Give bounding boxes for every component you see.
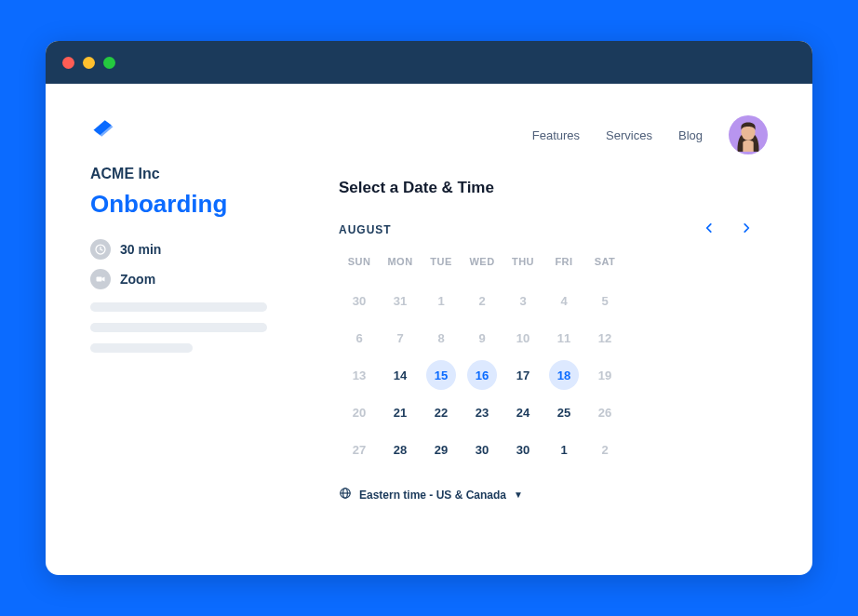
calendar-grid: SUNMONTUEWEDTHUFRISAT3031123456789101112…: [339, 256, 768, 468]
next-month-button[interactable]: [740, 220, 753, 239]
duration-label: 30 min: [120, 242, 161, 257]
calendar-day[interactable]: 23: [462, 394, 503, 431]
calendar-dow: THU: [503, 256, 543, 282]
month-label: AUGUST: [339, 223, 392, 236]
calendar-day: 4: [543, 282, 584, 319]
calendar-day[interactable]: 29: [421, 431, 462, 468]
calendar-day: 26: [584, 394, 625, 431]
calendar-dow: WED: [462, 256, 503, 282]
calendar-day: 6: [339, 319, 380, 356]
calendar-day: 31: [380, 282, 421, 319]
window-titlebar: [46, 41, 812, 84]
nav-services[interactable]: Services: [606, 128, 652, 142]
window-close-button[interactable]: [62, 57, 74, 69]
calendar-day: 9: [462, 319, 503, 356]
chevron-down-icon: ▼: [514, 489, 523, 500]
window-minimize-button[interactable]: [83, 57, 95, 69]
platform-label: Zoom: [120, 272, 155, 287]
calendar-day[interactable]: 28: [380, 431, 421, 468]
calendar-day[interactable]: 22: [421, 394, 462, 431]
section-heading: Select a Date & Time: [339, 179, 768, 197]
right-panel: Features Services Blog Select a Date & T…: [339, 115, 768, 502]
nav-features[interactable]: Features: [532, 128, 580, 142]
clock-icon: [90, 239, 111, 260]
platform-row: Zoom: [90, 269, 300, 289]
svg-rect-1: [97, 277, 102, 282]
timezone-label: Eastern time - US & Canada: [359, 489, 506, 502]
placeholder-line: [90, 323, 267, 332]
calendar-day[interactable]: 24: [503, 394, 543, 431]
calendar-day[interactable]: 1: [543, 431, 584, 468]
month-row: AUGUST: [339, 220, 768, 239]
calendar-day: 20: [339, 394, 380, 431]
calendar-day: 5: [584, 282, 625, 319]
calendar-day: 13: [339, 356, 380, 394]
browser-window: ACME Inc Onboarding 30 min Zoom: [46, 41, 812, 575]
calendar-day[interactable]: 30: [462, 431, 503, 468]
duration-row: 30 min: [90, 239, 300, 260]
calendar-day: 12: [584, 319, 625, 356]
globe-icon: [339, 487, 352, 502]
placeholder-line: [90, 302, 267, 312]
nav-blog[interactable]: Blog: [678, 128, 703, 142]
window-maximize-button[interactable]: [103, 57, 115, 69]
calendar-day: 10: [503, 319, 543, 356]
logo-icon: [90, 115, 116, 141]
calendar-day: 3: [503, 282, 543, 319]
calendar-day: 2: [462, 282, 503, 319]
calendar-dow: SAT: [584, 256, 625, 282]
calendar-dow: FRI: [543, 256, 584, 282]
left-panel: ACME Inc Onboarding 30 min Zoom: [90, 115, 300, 502]
avatar[interactable]: [729, 115, 768, 154]
calendar-day: 2: [584, 431, 625, 468]
video-icon: [90, 269, 111, 289]
prev-month-button[interactable]: [703, 220, 716, 239]
calendar-day[interactable]: 15: [421, 356, 462, 394]
event-title: Onboarding: [90, 190, 300, 219]
company-name: ACME Inc: [90, 166, 300, 182]
calendar-day[interactable]: 14: [380, 356, 421, 394]
calendar-day[interactable]: 30: [503, 431, 543, 468]
calendar-day[interactable]: 21: [380, 394, 421, 431]
calendar-day: 8: [421, 319, 462, 356]
calendar-day[interactable]: 25: [543, 394, 584, 431]
calendar-day: 7: [380, 319, 421, 356]
calendar-day[interactable]: 18: [543, 356, 584, 394]
calendar-day: 30: [339, 282, 380, 319]
calendar-day: 27: [339, 431, 380, 468]
calendar-day[interactable]: 16: [462, 356, 503, 394]
top-nav: Features Services Blog: [339, 115, 768, 154]
page-content: ACME Inc Onboarding 30 min Zoom: [46, 84, 812, 530]
calendar-dow: TUE: [421, 256, 462, 282]
calendar-dow: MON: [380, 256, 421, 282]
calendar-day: 11: [543, 319, 584, 356]
calendar-day[interactable]: 17: [503, 356, 543, 394]
placeholder-line: [90, 343, 193, 353]
calendar-day: 19: [584, 356, 625, 394]
calendar-dow: SUN: [339, 256, 380, 282]
calendar-day: 1: [421, 282, 462, 319]
timezone-selector[interactable]: Eastern time - US & Canada ▼: [339, 487, 768, 502]
